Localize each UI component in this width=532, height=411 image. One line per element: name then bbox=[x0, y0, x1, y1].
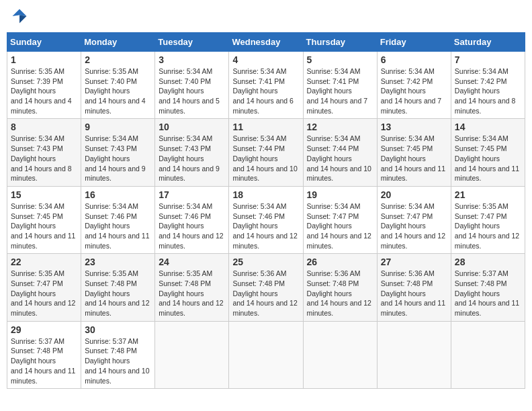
sunset-label: Sunset: 7:47 PM bbox=[307, 212, 359, 220]
day-info: Sunrise: 5:34 AM Sunset: 7:43 PM Dayligh… bbox=[159, 134, 225, 183]
daylight-value: and 14 hours and 11 minutes. bbox=[381, 165, 445, 183]
calendar-cell: 17 Sunrise: 5:34 AM Sunset: 7:46 PM Dayl… bbox=[155, 186, 229, 253]
day-info: Sunrise: 5:34 AM Sunset: 7:45 PM Dayligh… bbox=[381, 134, 447, 183]
sunset-label: Sunset: 7:43 PM bbox=[159, 144, 211, 152]
daylight-label: Daylight hours bbox=[232, 154, 277, 163]
sunrise-label: Sunrise: 5:34 AM bbox=[381, 134, 435, 142]
sunrise-label: Sunrise: 5:35 AM bbox=[11, 67, 64, 75]
daylight-value: and 14 hours and 8 minutes. bbox=[11, 165, 72, 183]
day-info: Sunrise: 5:36 AM Sunset: 7:48 PM Dayligh… bbox=[381, 269, 447, 318]
sunset-label: Sunset: 7:46 PM bbox=[159, 212, 211, 220]
day-info: Sunrise: 5:37 AM Sunset: 7:48 PM Dayligh… bbox=[85, 336, 151, 385]
sunset-label: Sunset: 7:48 PM bbox=[455, 279, 507, 287]
day-number: 19 bbox=[307, 189, 373, 200]
sunset-label: Sunset: 7:45 PM bbox=[11, 212, 63, 220]
sunset-label: Sunset: 7:43 PM bbox=[85, 144, 137, 152]
day-info: Sunrise: 5:34 AM Sunset: 7:47 PM Dayligh… bbox=[307, 201, 373, 250]
sunrise-label: Sunrise: 5:36 AM bbox=[307, 269, 361, 277]
sunrise-label: Sunrise: 5:34 AM bbox=[159, 134, 212, 142]
daylight-label: Daylight hours bbox=[159, 154, 204, 163]
calendar-cell: 2 Sunrise: 5:35 AM Sunset: 7:40 PM Dayli… bbox=[81, 52, 155, 119]
sunrise-label: Sunrise: 5:34 AM bbox=[159, 67, 212, 75]
daylight-value: and 14 hours and 6 minutes. bbox=[232, 97, 294, 115]
svg-marker-1 bbox=[19, 15, 27, 24]
sunrise-label: Sunrise: 5:34 AM bbox=[307, 134, 361, 142]
daylight-value: and 14 hours and 5 minutes. bbox=[159, 97, 220, 115]
daylight-value: and 14 hours and 11 minutes. bbox=[455, 165, 519, 183]
daylight-value: and 14 hours and 4 minutes. bbox=[11, 97, 72, 115]
sunrise-label: Sunrise: 5:37 AM bbox=[85, 337, 138, 345]
day-number: 7 bbox=[455, 54, 521, 65]
sunrise-label: Sunrise: 5:35 AM bbox=[11, 269, 64, 277]
calendar-week-row: 8 Sunrise: 5:34 AM Sunset: 7:43 PM Dayli… bbox=[7, 119, 525, 186]
sunrise-label: Sunrise: 5:36 AM bbox=[381, 269, 435, 277]
day-number: 9 bbox=[85, 122, 151, 132]
sunrise-label: Sunrise: 5:34 AM bbox=[307, 202, 361, 210]
calendar-cell bbox=[155, 321, 229, 388]
day-number: 23 bbox=[85, 257, 151, 267]
daylight-value: and 14 hours and 10 minutes. bbox=[232, 165, 297, 183]
daylight-label: Daylight hours bbox=[232, 87, 277, 95]
daylight-label: Daylight hours bbox=[381, 289, 426, 298]
daylight-label: Daylight hours bbox=[159, 289, 204, 298]
calendar-cell: 7 Sunrise: 5:34 AM Sunset: 7:42 PM Dayli… bbox=[451, 52, 525, 119]
calendar-cell: 9 Sunrise: 5:34 AM Sunset: 7:43 PM Dayli… bbox=[81, 119, 155, 186]
day-number: 21 bbox=[455, 189, 521, 200]
header-sunday: Sunday bbox=[7, 33, 81, 52]
sunset-label: Sunset: 7:48 PM bbox=[232, 279, 285, 287]
daylight-label: Daylight hours bbox=[159, 87, 204, 95]
day-number: 12 bbox=[307, 122, 373, 132]
daylight-label: Daylight hours bbox=[455, 289, 500, 298]
day-info: Sunrise: 5:34 AM Sunset: 7:40 PM Dayligh… bbox=[159, 66, 225, 116]
sunrise-label: Sunrise: 5:34 AM bbox=[232, 202, 286, 210]
day-number: 22 bbox=[11, 257, 77, 267]
daylight-label: Daylight hours bbox=[11, 154, 56, 163]
sunset-label: Sunset: 7:47 PM bbox=[11, 279, 63, 287]
sunset-label: Sunset: 7:46 PM bbox=[232, 212, 285, 220]
sunset-label: Sunset: 7:41 PM bbox=[232, 77, 285, 85]
calendar-header-row: SundayMondayTuesdayWednesdayThursdayFrid… bbox=[7, 33, 525, 52]
day-number: 18 bbox=[232, 189, 299, 200]
sunset-label: Sunset: 7:40 PM bbox=[85, 77, 137, 85]
day-number: 13 bbox=[381, 122, 447, 132]
sunrise-label: Sunrise: 5:34 AM bbox=[85, 134, 138, 142]
day-info: Sunrise: 5:35 AM Sunset: 7:47 PM Dayligh… bbox=[11, 269, 77, 318]
calendar-cell: 24 Sunrise: 5:35 AM Sunset: 7:48 PM Dayl… bbox=[155, 254, 229, 321]
calendar-cell: 27 Sunrise: 5:36 AM Sunset: 7:48 PM Dayl… bbox=[377, 254, 451, 321]
day-number: 17 bbox=[159, 189, 225, 200]
daylight-value: and 14 hours and 4 minutes. bbox=[85, 97, 146, 115]
svg-marker-0 bbox=[13, 9, 27, 17]
calendar-week-row: 15 Sunrise: 5:34 AM Sunset: 7:45 PM Dayl… bbox=[7, 186, 525, 253]
daylight-label: Daylight hours bbox=[11, 289, 56, 298]
sunrise-label: Sunrise: 5:34 AM bbox=[307, 67, 361, 75]
calendar-cell bbox=[303, 321, 377, 388]
daylight-label: Daylight hours bbox=[232, 289, 277, 298]
header-tuesday: Tuesday bbox=[155, 33, 229, 52]
calendar-week-row: 1 Sunrise: 5:35 AM Sunset: 7:39 PM Dayli… bbox=[7, 52, 525, 119]
calendar-cell: 28 Sunrise: 5:37 AM Sunset: 7:48 PM Dayl… bbox=[451, 254, 525, 321]
calendar-cell: 3 Sunrise: 5:34 AM Sunset: 7:40 PM Dayli… bbox=[155, 52, 229, 119]
header-monday: Monday bbox=[81, 33, 155, 52]
daylight-label: Daylight hours bbox=[307, 87, 352, 95]
daylight-label: Daylight hours bbox=[85, 357, 130, 365]
daylight-value: and 14 hours and 8 minutes. bbox=[455, 97, 516, 115]
sunset-label: Sunset: 7:44 PM bbox=[307, 144, 359, 152]
daylight-label: Daylight hours bbox=[159, 222, 204, 230]
header-thursday: Thursday bbox=[303, 33, 377, 52]
daylight-value: and 14 hours and 10 minutes. bbox=[85, 367, 149, 385]
sunset-label: Sunset: 7:40 PM bbox=[159, 77, 211, 85]
calendar-cell bbox=[377, 321, 451, 388]
sunrise-label: Sunrise: 5:34 AM bbox=[159, 202, 212, 210]
day-info: Sunrise: 5:36 AM Sunset: 7:48 PM Dayligh… bbox=[307, 269, 373, 318]
daylight-value: and 14 hours and 7 minutes. bbox=[381, 97, 442, 115]
sunrise-label: Sunrise: 5:35 AM bbox=[85, 269, 138, 277]
daylight-label: Daylight hours bbox=[455, 87, 500, 95]
sunset-label: Sunset: 7:44 PM bbox=[232, 144, 285, 152]
daylight-value: and 14 hours and 12 minutes. bbox=[232, 232, 297, 250]
calendar-cell: 13 Sunrise: 5:34 AM Sunset: 7:45 PM Dayl… bbox=[377, 119, 451, 186]
sunset-label: Sunset: 7:39 PM bbox=[11, 77, 63, 85]
daylight-label: Daylight hours bbox=[232, 222, 277, 230]
calendar-cell: 16 Sunrise: 5:34 AM Sunset: 7:46 PM Dayl… bbox=[81, 186, 155, 253]
daylight-value: and 14 hours and 9 minutes. bbox=[159, 165, 220, 183]
header-saturday: Saturday bbox=[451, 33, 525, 52]
